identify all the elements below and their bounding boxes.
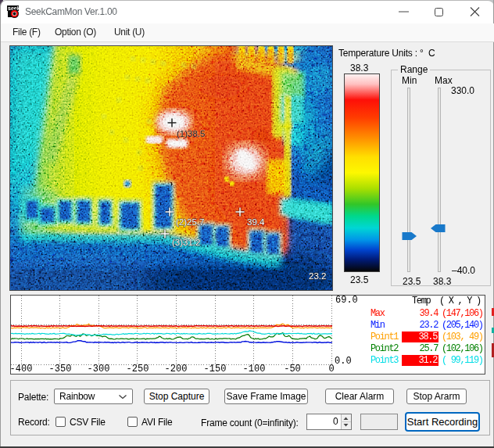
svg-text:23.2: 23.2: [309, 271, 326, 281]
svg-text:(3)31.2: (3)31.2: [172, 238, 200, 247]
svg-text:(2)25.7: (2)25.7: [176, 217, 204, 227]
svg-text:(1)38.5: (1)38.5: [177, 129, 205, 138]
svg-text:39.4: 39.4: [247, 217, 265, 227]
